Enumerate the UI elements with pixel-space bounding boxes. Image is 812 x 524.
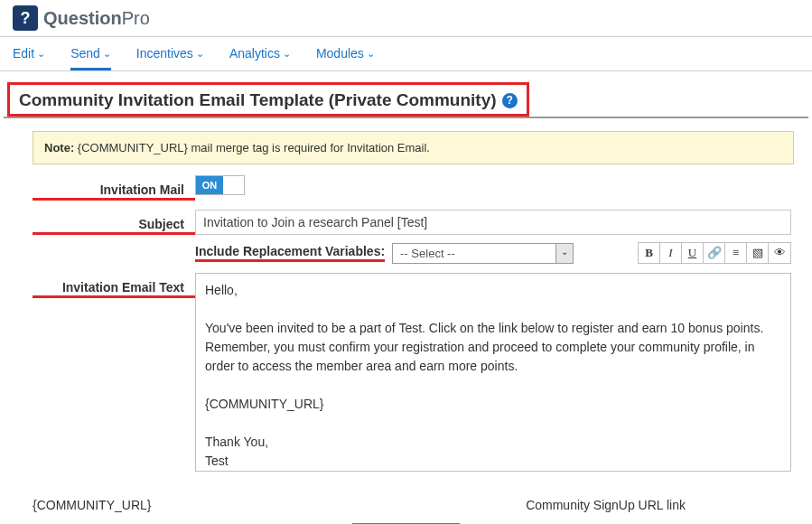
- menu-label: Incentives: [136, 46, 193, 61]
- menu-incentives[interactable]: Incentives⌄: [136, 37, 204, 70]
- note-prefix: Note:: [44, 141, 74, 154]
- align-button[interactable]: ≡: [725, 243, 747, 263]
- footer-right: Community SignUp URL link: [526, 498, 686, 512]
- editor-toolbar: B I U 🔗 ≡ ▧ 👁: [638, 242, 791, 264]
- link-button[interactable]: 🔗: [704, 243, 725, 263]
- menu-label: Send: [70, 46, 100, 61]
- row-subject: Subject Include Replacement Variables: -…: [33, 210, 794, 264]
- italic-button[interactable]: I: [660, 243, 682, 263]
- bold-button[interactable]: B: [639, 243, 660, 263]
- menu-analytics[interactable]: Analytics⌄: [229, 37, 291, 70]
- note-box: Note: {COMMUNITY_URL} mail merge tag is …: [33, 131, 794, 164]
- menu-edit[interactable]: Edit⌄: [13, 37, 45, 70]
- footer-left: {COMMUNITY_URL}: [33, 498, 151, 512]
- footer-row: {COMMUNITY_URL} Community SignUp URL lin…: [0, 492, 812, 512]
- toggle-on-label: ON: [196, 176, 223, 194]
- toggle-off-space: [223, 176, 244, 194]
- preview-button[interactable]: 👁: [769, 243, 790, 263]
- image-button[interactable]: ▧: [747, 243, 769, 263]
- header: ? QuestionPro: [0, 0, 812, 37]
- logo-text: QuestionPro: [43, 8, 150, 29]
- chevron-down-icon: ⌄: [555, 244, 573, 263]
- logo-mark: ?: [13, 5, 38, 31]
- chevron-down-icon: ⌄: [103, 48, 111, 60]
- chevron-down-icon: ⌄: [196, 48, 204, 60]
- underline-button[interactable]: U: [682, 243, 704, 263]
- chevron-down-icon: ⌄: [367, 48, 375, 60]
- chevron-down-icon: ⌄: [37, 48, 45, 60]
- menu-label: Modules: [316, 46, 364, 61]
- subject-input[interactable]: [195, 210, 791, 235]
- email-body-editor[interactable]: [195, 273, 791, 472]
- menu-label: Analytics: [229, 46, 280, 61]
- row-email-text: Invitation Email Text: [33, 273, 794, 474]
- chevron-down-icon: ⌄: [283, 48, 291, 60]
- logo-light: Pro: [122, 8, 150, 29]
- label-include-vars: Include Replacement Variables:: [195, 244, 385, 262]
- note-text: {COMMUNITY_URL} mail merge tag is requir…: [74, 141, 430, 154]
- label-subject: Subject: [33, 213, 195, 235]
- content: Note: {COMMUNITY_URL} mail merge tag is …: [0, 118, 812, 492]
- help-icon[interactable]: ?: [502, 93, 518, 108]
- page-title-highlight: Community Invitation Email Template (Pri…: [7, 82, 529, 117]
- label-invitation-mail: Invitation Mail: [33, 179, 195, 201]
- toggle-invitation-mail[interactable]: ON: [195, 175, 245, 195]
- select-placeholder: -- Select --: [393, 244, 555, 263]
- select-replacement-vars[interactable]: -- Select -- ⌄: [392, 243, 574, 264]
- menu-send[interactable]: Send⌄: [70, 37, 111, 70]
- row-invitation-mail: Invitation Mail ON: [33, 175, 794, 201]
- logo-bold: Question: [43, 8, 122, 29]
- page-title: Community Invitation Email Template (Pri…: [19, 90, 497, 110]
- label-email-text: Invitation Email Text: [33, 276, 195, 298]
- menu-label: Edit: [13, 46, 34, 61]
- menubar: Edit⌄ Send⌄ Incentives⌄ Analytics⌄ Modul…: [0, 37, 812, 71]
- menu-modules[interactable]: Modules⌄: [316, 37, 375, 70]
